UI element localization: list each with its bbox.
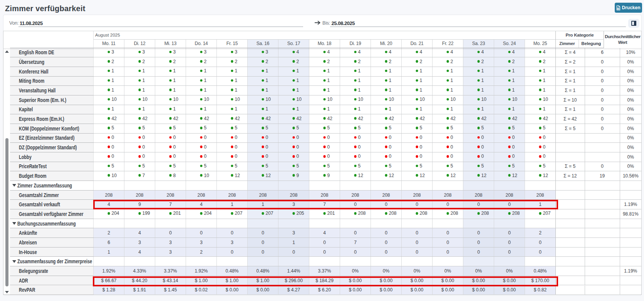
svg-text:x: x — [618, 8, 619, 10]
